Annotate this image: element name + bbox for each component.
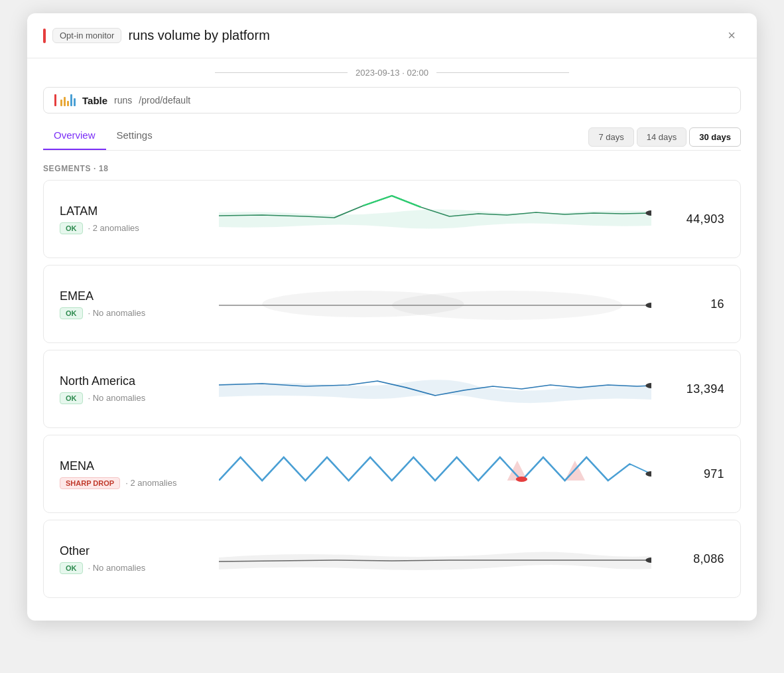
timestamp-line-right xyxy=(436,72,569,73)
segment-chart-emea xyxy=(219,277,651,331)
svg-point-4 xyxy=(645,303,651,308)
segment-item-north-america[interactable]: North America OK · No anomalies 13,394 xyxy=(43,350,741,428)
segment-left-other: Other OK · No anomalies xyxy=(60,544,206,574)
timestamp-row: 2023-09-13 · 02:00 xyxy=(27,58,757,87)
segment-status-row-mena: SHARP DROP · 2 anomalies xyxy=(60,477,206,489)
table-icon-group xyxy=(54,94,76,106)
tabs-left: Overview Settings xyxy=(43,124,163,150)
segment-name-other: Other xyxy=(60,544,206,558)
timestamp-line-left xyxy=(215,72,348,73)
days-30-button[interactable]: 30 days xyxy=(689,127,741,147)
chart-bar-1 xyxy=(60,100,62,106)
segment-item-other[interactable]: Other OK · No anomalies 8,086 xyxy=(43,520,741,598)
modal-container: Opt-in monitor runs volume by platform ×… xyxy=(27,13,757,621)
days-filter: 7 days 14 days 30 days xyxy=(588,127,741,147)
segment-status-row-emea: OK · No anomalies xyxy=(60,307,206,319)
tab-overview[interactable]: Overview xyxy=(43,124,106,150)
segment-chart-north-america xyxy=(219,362,651,415)
chart-bar-3 xyxy=(67,101,69,106)
segment-chart-latam xyxy=(219,192,651,246)
segment-value-latam: 44,903 xyxy=(665,212,724,226)
chart-bar-2 xyxy=(64,97,66,106)
segments-list: LATAM OK · 2 anomalies 44,903 xyxy=(27,180,757,621)
tabs-row: Overview Settings 7 days 14 days 30 days xyxy=(27,113,757,150)
segment-name-mena: MENA xyxy=(60,459,206,473)
table-path-label: /prod/default xyxy=(139,95,190,106)
segment-left-latam: LATAM OK · 2 anomalies xyxy=(60,204,206,234)
days-7-button[interactable]: 7 days xyxy=(588,127,633,147)
status-badge-other: OK xyxy=(60,562,83,574)
segment-name-emea: EMEA xyxy=(60,289,206,303)
segment-status-row-north-america: OK · No anomalies xyxy=(60,392,206,404)
chart-bar-5 xyxy=(74,98,76,106)
segment-value-north-america: 13,394 xyxy=(665,382,724,396)
segment-item-latam[interactable]: LATAM OK · 2 anomalies 44,903 xyxy=(43,180,741,258)
segments-header: SEGMENTS · 18 xyxy=(27,151,757,180)
modal-title: runs volume by platform xyxy=(128,28,716,43)
red-bar-icon xyxy=(54,94,56,106)
anomaly-text-latam: · 2 anomalies xyxy=(88,223,139,233)
anomaly-text-other: · No anomalies xyxy=(88,563,146,573)
close-button[interactable]: × xyxy=(722,25,741,46)
chart-bars-icon xyxy=(60,94,76,106)
segment-status-row-latam: OK · 2 anomalies xyxy=(60,222,206,234)
opt-in-badge: Opt-in monitor xyxy=(52,28,121,43)
segment-left-emea: EMEA OK · No anomalies xyxy=(60,289,206,319)
table-runs-label: runs xyxy=(114,95,132,106)
anomaly-text-mena: · 2 anomalies xyxy=(125,478,176,488)
modal-header: Opt-in monitor runs volume by platform × xyxy=(27,13,757,58)
segment-chart-mena xyxy=(219,447,651,500)
red-indicator xyxy=(43,29,46,43)
chart-bar-4 xyxy=(70,94,72,106)
table-bar: Table runs /prod/default xyxy=(43,87,741,113)
segment-value-mena: 971 xyxy=(665,467,724,481)
segment-item-mena[interactable]: MENA SHARP DROP · 2 anomalies xyxy=(43,435,741,513)
svg-point-8 xyxy=(516,477,527,482)
segment-status-row-other: OK · No anomalies xyxy=(60,562,206,574)
days-14-button[interactable]: 14 days xyxy=(637,127,687,147)
segment-name-north-america: North America xyxy=(60,374,206,388)
segment-left-mena: MENA SHARP DROP · 2 anomalies xyxy=(60,459,206,489)
status-badge-north-america: OK xyxy=(60,392,83,404)
status-badge-latam: OK xyxy=(60,222,83,234)
segment-item-emea[interactable]: EMEA OK · No anomalies 16 xyxy=(43,265,741,343)
status-badge-emea: OK xyxy=(60,307,83,319)
anomaly-text-emea: · No anomalies xyxy=(88,308,146,318)
tab-settings[interactable]: Settings xyxy=(106,124,163,150)
segment-value-other: 8,086 xyxy=(665,552,724,566)
segment-chart-other xyxy=(219,532,651,585)
status-badge-mena: SHARP DROP xyxy=(60,477,120,489)
segment-left-north-america: North America OK · No anomalies xyxy=(60,374,206,404)
segment-name-latam: LATAM xyxy=(60,204,206,218)
anomaly-text-north-america: · No anomalies xyxy=(88,393,146,403)
timestamp-label: 2023-09-13 · 02:00 xyxy=(356,68,428,78)
table-label: Table xyxy=(82,95,107,106)
segment-value-emea: 16 xyxy=(665,297,724,311)
